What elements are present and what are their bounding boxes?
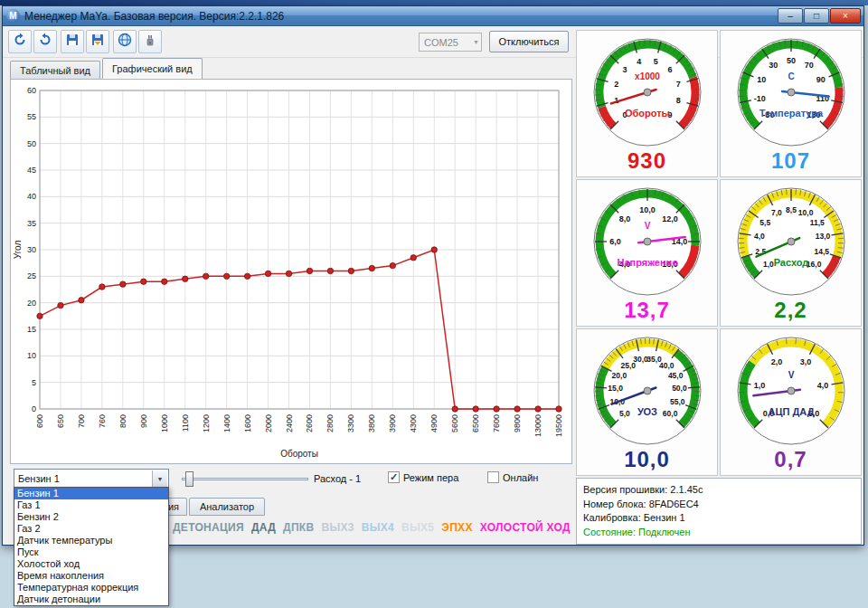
svg-text:14,5: 14,5 [814, 247, 829, 256]
svg-text:7,0: 7,0 [770, 208, 781, 217]
gauge-flow: 1,02,54,05,57,08,510,011,513,014,516,0Ра… [720, 179, 862, 327]
flow-slider[interactable] [182, 471, 308, 487]
gauge-value: 107 [771, 148, 810, 174]
svg-text:5: 5 [32, 378, 36, 387]
svg-text:Напряжение: Напряжение [617, 257, 677, 268]
svg-text:13,0: 13,0 [815, 232, 830, 241]
maximize-button[interactable]: □ [804, 8, 829, 24]
svg-text:3,0: 3,0 [799, 357, 811, 366]
view-tab-bar: Табличный вид Графический вид [10, 58, 204, 79]
tab-analyzer[interactable]: Анализатор [189, 498, 265, 516]
svg-text:10,0: 10,0 [797, 208, 813, 217]
svg-text:6500: 6500 [471, 414, 480, 432]
gauge-dial: 0123456789x1000Обороты [580, 33, 715, 150]
app-window: M Менеджер MaYa. Базовая версия. Версия:… [2, 5, 864, 546]
svg-text:20,0: 20,0 [611, 371, 627, 380]
dropdown-item[interactable]: Газ 1 [14, 499, 168, 511]
svg-text:Угол: Угол [13, 241, 23, 260]
chart-canvas: 0510152025303540455055606006507007608009… [13, 81, 570, 461]
block-number: Номер блока: 8FAD6EC4 [583, 498, 854, 512]
checkbox-empty-icon[interactable] [487, 471, 499, 483]
tab-table-view[interactable]: Табличный вид [10, 61, 100, 79]
svg-text:13000: 13000 [533, 414, 542, 437]
connect-device-button[interactable] [138, 30, 162, 53]
svg-text:19500: 19500 [554, 414, 563, 437]
gauge-value: 0,7 [774, 447, 807, 472]
svg-text:1,0: 1,0 [762, 260, 773, 269]
status-indicator-row: ДЕТОНАЦИЯДАДДПКВВЫХ3ВЫХ4ВЫХ5ЭПХХХОЛОСТОЙ… [173, 519, 571, 536]
floppy-disk-arrow-icon [90, 33, 105, 51]
dropdown-item[interactable]: Газ 2 [14, 523, 168, 535]
load-file-button[interactable] [86, 30, 109, 53]
gauge-temperature: -30-101030507090110130CТемпература107 [720, 30, 862, 177]
dropdown-item[interactable]: Холостой ход [14, 558, 168, 570]
online-checkbox[interactable]: Онлайн [487, 471, 538, 483]
svg-text:2600: 2600 [305, 414, 314, 432]
gauge-dial: -30-101030507090110130CТемпература [723, 33, 859, 150]
dropdown-item[interactable]: Бензин 1 [14, 488, 168, 499]
flow-slider-label: Расход - 1 [314, 473, 361, 484]
svg-text:25: 25 [27, 271, 36, 280]
svg-text:АЦП ДАД: АЦП ДАД [768, 406, 814, 417]
dropdown-item[interactable]: Бензин 2 [14, 511, 168, 523]
web-button[interactable] [113, 30, 137, 53]
read-from-ecu-button[interactable] [8, 30, 32, 53]
status-indicator: ДЕТОНАЦИЯ [173, 521, 244, 534]
dropdown-item[interactable]: Пуск [14, 546, 168, 558]
svg-text:30: 30 [27, 245, 36, 254]
svg-text:40: 40 [27, 192, 36, 201]
chevron-down-icon[interactable]: ▼ [152, 470, 167, 487]
slider-track[interactable] [182, 478, 308, 480]
calibration-select[interactable]: Бензин 1 ▼ [14, 469, 169, 489]
com-port-value: COM25 [424, 37, 458, 48]
svg-text:x1000: x1000 [635, 71, 660, 81]
disconnect-button[interactable]: Отключиться [489, 31, 569, 52]
gauge-dial: 4,06,08,010,012,014,016,0VНапряжение [580, 182, 715, 299]
gauge-value: 10,0 [624, 447, 670, 472]
svg-text:2000: 2000 [264, 414, 273, 432]
gauge-dial: 1,02,54,05,57,08,510,011,513,014,516,0Ра… [723, 182, 859, 299]
svg-text:1100: 1100 [181, 414, 190, 432]
svg-text:5,0: 5,0 [618, 409, 629, 418]
close-button[interactable]: × [830, 8, 861, 24]
svg-text:20: 20 [27, 299, 36, 308]
firmware-version: Версия прошивки: 2.1.45c [583, 483, 854, 498]
titlebar[interactable]: M Менеджер MaYa. Базовая версия. Версия:… [3, 6, 863, 26]
svg-text:3300: 3300 [346, 414, 355, 432]
svg-text:55,0: 55,0 [669, 397, 684, 406]
write-to-ecu-button[interactable] [33, 30, 57, 53]
svg-text:15: 15 [27, 325, 36, 334]
svg-text:6,0: 6,0 [609, 237, 621, 246]
gauge-panel-grid: 0123456789x1000Обороты930-30-10103050709… [576, 30, 862, 476]
tab-graphic-view[interactable]: Графический вид [102, 58, 203, 79]
svg-text:16,0: 16,0 [806, 260, 821, 269]
svg-text:15,0: 15,0 [608, 384, 623, 393]
status-indicator: ВЫХ4 [362, 521, 394, 534]
checkbox-check-icon[interactable]: ✓ [388, 471, 400, 483]
svg-text:800: 800 [118, 414, 127, 428]
svg-text:2: 2 [614, 80, 618, 89]
pen-mode-checkbox[interactable]: ✓ Режим пера [388, 471, 458, 483]
dropdown-item[interactable]: Время накопления [14, 570, 168, 582]
svg-text:600: 600 [35, 414, 44, 428]
svg-text:2400: 2400 [285, 414, 294, 432]
slider-thumb[interactable] [185, 471, 193, 487]
save-file-button[interactable] [61, 30, 84, 53]
dropdown-item[interactable]: Температурная коррекция [14, 582, 168, 594]
svg-text:50: 50 [27, 139, 36, 148]
angle-vs-rpm-chart: 0510152025303540455055606006507007608009… [10, 79, 572, 464]
svg-text:7: 7 [675, 80, 680, 89]
calibration-select-value: Бензин 1 [18, 473, 60, 484]
svg-text:4,0: 4,0 [816, 381, 828, 390]
svg-text:70: 70 [804, 61, 813, 70]
dropdown-item[interactable]: Датчик температуры [14, 535, 168, 546]
svg-text:650: 650 [56, 414, 65, 428]
gauge-value: 13,7 [624, 298, 670, 323]
refresh-cw-icon [38, 33, 52, 51]
gauge-dial: 0,01,02,03,04,05,0VАЦП ДАД [723, 331, 859, 449]
com-port-select[interactable]: COM25 ▼ [419, 33, 482, 52]
svg-text:0: 0 [32, 404, 36, 413]
svg-text:Обороты: Обороты [624, 108, 669, 119]
minimize-button[interactable]: – [778, 8, 803, 24]
dropdown-item[interactable]: Датчик детонации [14, 594, 168, 605]
